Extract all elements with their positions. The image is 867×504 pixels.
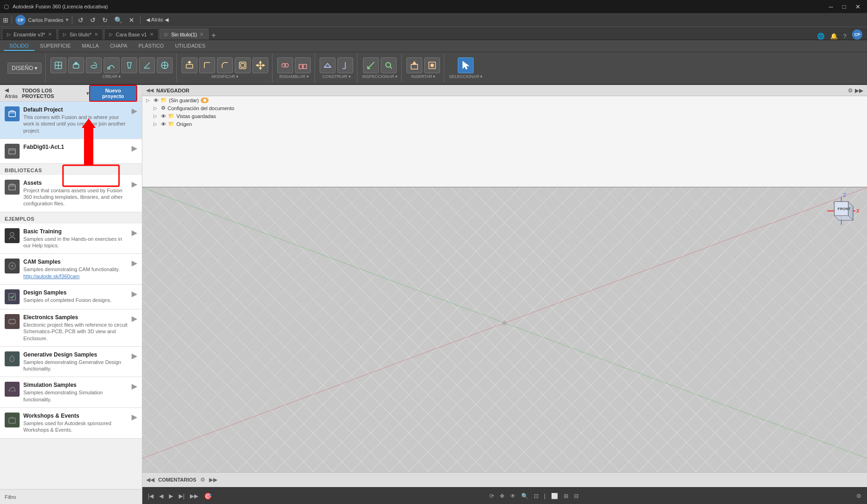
nav-views-item[interactable]: ▷ 👁 📁 Vistas guardadas	[142, 112, 867, 120]
plane-btn[interactable]	[320, 57, 336, 73]
mode-plastico[interactable]: PLÁSTICO	[133, 42, 169, 51]
nav-root-toggle[interactable]: ▷	[146, 98, 152, 103]
orbit-btn[interactable]: ⟳	[488, 492, 496, 500]
refresh-icon[interactable]: ↺	[76, 15, 86, 25]
playback-play-btn[interactable]: ▶	[167, 492, 175, 500]
rib-btn[interactable]	[139, 57, 155, 73]
nav-root-eye-icon[interactable]: 👁	[154, 98, 159, 103]
pan-btn[interactable]: ✥	[498, 492, 506, 500]
bottom-settings-icon[interactable]: ⚙	[854, 492, 863, 500]
chamfer-btn[interactable]	[217, 57, 233, 73]
user-dropdown-icon[interactable]: ▾	[66, 17, 69, 23]
comments-expand-icon[interactable]: ▶▶	[209, 476, 217, 483]
navigator-settings-icon[interactable]: ⚙	[848, 87, 853, 94]
display-mode-btn[interactable]: ⬜	[549, 492, 560, 500]
project-design-samples[interactable]: Design Samples Samples of completed Fusi…	[0, 285, 142, 309]
loft-btn[interactable]	[121, 57, 137, 73]
notification-icon[interactable]: 🔔	[827, 33, 840, 40]
nav-views-eye-icon[interactable]: 👁	[161, 113, 166, 119]
axis-btn[interactable]	[337, 57, 353, 73]
new-component-btn[interactable]	[50, 57, 66, 73]
zoom-btn[interactable]: 🔍	[519, 492, 530, 500]
project-fabdig[interactable]: FabDig01-Act.1 ▶	[0, 139, 142, 164]
search-icon[interactable]: 🔍	[112, 15, 125, 25]
playback-back-btn[interactable]: ◀	[157, 492, 165, 500]
inspect-btn[interactable]	[381, 57, 397, 73]
user-area[interactable]: CP Carlos Paredes ▾	[15, 15, 69, 25]
project-assets[interactable]: Assets Project that contains assets used…	[0, 175, 142, 212]
nav-origin-item[interactable]: ▷ 👁 📁 Origen	[142, 120, 867, 128]
measure-btn[interactable]	[363, 57, 379, 73]
web-btn[interactable]	[157, 57, 173, 73]
move-btn[interactable]	[252, 57, 268, 73]
nav-views-toggle[interactable]: ▷	[154, 113, 159, 119]
undo-icon[interactable]: ↺	[88, 15, 98, 25]
joint-btn[interactable]	[277, 57, 293, 73]
mode-utilidades[interactable]: UTILIDADES	[169, 42, 211, 51]
nav-config-toggle[interactable]: ▷	[154, 105, 159, 111]
tab-close-ensamble[interactable]: ✕	[48, 32, 52, 37]
tab-sin-titulo[interactable]: ▷ Sin título* ✕	[58, 28, 103, 40]
close-button[interactable]: ✕	[853, 2, 863, 11]
new-tab-button[interactable]: +	[211, 31, 216, 40]
playback-marker-btn[interactable]: 🎯	[202, 491, 214, 501]
comments-settings-icon[interactable]: ⚙	[200, 476, 205, 483]
select-btn[interactable]	[458, 57, 474, 73]
nav-origin-toggle[interactable]: ▷	[154, 121, 159, 126]
design-button[interactable]: DISEÑO ▾	[7, 63, 42, 74]
global-search-icon[interactable]: 🌐	[814, 33, 827, 40]
canvas-btn[interactable]	[424, 57, 440, 73]
comments-collapse-icon[interactable]: ◀◀	[146, 476, 154, 483]
navigator-collapse-icon[interactable]: ◀◀	[146, 87, 154, 93]
mode-malla[interactable]: MALLA	[77, 42, 105, 51]
project-default[interactable]: Default Project This comes with Fusion a…	[0, 102, 142, 139]
insert-btn[interactable]	[406, 57, 422, 73]
project-electronics[interactable]: Electronics Samples Electronic project f…	[0, 309, 142, 347]
grid-btn[interactable]: ⊞	[562, 492, 570, 500]
maximize-button[interactable]: □	[839, 2, 849, 11]
more-display-btn[interactable]: ⊟	[572, 492, 580, 500]
redo-icon[interactable]: ↻	[100, 15, 110, 25]
nav-root-item[interactable]: ▷ 👁 📁 (Sin guardar) ⏺	[142, 96, 867, 104]
back-button[interactable]: ◀ Atrás ◀	[144, 16, 171, 24]
fillet-btn[interactable]	[199, 57, 215, 73]
project-simulation[interactable]: Simulation Samples Samples demonstrating…	[0, 377, 142, 408]
navigator-header: ◀◀ NAVEGADOR ⚙ ▶▶	[142, 85, 867, 96]
project-workshops[interactable]: Workshops & Events Samples used for Auto…	[0, 408, 142, 439]
projects-dropdown-icon[interactable]: ▾	[86, 90, 89, 97]
press-pull-btn[interactable]	[182, 57, 197, 73]
playback-end-btn[interactable]: ▶▶	[188, 492, 200, 500]
help-icon[interactable]: ?	[840, 33, 849, 40]
playback-start-btn[interactable]: |◀	[146, 492, 155, 500]
tab-cara-base[interactable]: ▷ Cara Base v1 ✕	[104, 28, 159, 40]
new-project-button[interactable]: Nuevo proyecto	[89, 85, 137, 102]
tab-sin-titulo1[interactable]: ▷ Sin titulo(1) ✕	[160, 28, 209, 40]
project-generative[interactable]: Generative Design Samples Samples demons…	[0, 347, 142, 378]
playback-forward-btn[interactable]: ▶|	[177, 492, 186, 500]
navigator-expand-icon[interactable]: ▶▶	[855, 87, 863, 94]
mode-superficie[interactable]: SUPERFICIE	[35, 42, 77, 51]
tab-ensamble[interactable]: ▷ Ensamble v3* ✕	[2, 28, 57, 40]
project-cam-samples[interactable]: CAM Samples Samples demonstrating CAM fu…	[0, 254, 142, 285]
apps-grid-icon[interactable]: ⊞	[3, 16, 8, 24]
revolve-btn[interactable]	[86, 57, 102, 73]
fit-btn[interactable]: ⊡	[532, 492, 540, 500]
mode-solido[interactable]: SÓLIDO	[4, 42, 35, 51]
tab-close-sin-titulo1[interactable]: ✕	[200, 32, 203, 37]
cube-gizmo[interactable]: Z X FRONT	[823, 192, 860, 230]
tab-close-sin-titulo[interactable]: ✕	[94, 32, 98, 37]
sweep-btn[interactable]	[104, 57, 119, 73]
tab-close-cara-base[interactable]: ✕	[150, 32, 154, 37]
look-btn[interactable]: 👁	[508, 492, 517, 500]
back-button-left[interactable]: ◀ Atrás	[5, 87, 22, 99]
nav-origin-eye-icon[interactable]: 👁	[161, 121, 166, 127]
close-icon[interactable]: ✕	[126, 15, 137, 25]
viewport[interactable]: Z X FRONT	[142, 188, 867, 472]
minimize-button[interactable]: ─	[826, 2, 836, 11]
assembly-btn[interactable]	[295, 57, 311, 73]
nav-config-item[interactable]: ▷ ⚙ Configuración del documento	[142, 104, 867, 112]
shell-btn[interactable]	[235, 57, 251, 73]
mode-chapa[interactable]: CHAPA	[105, 42, 133, 51]
project-basic-training[interactable]: Basic Training Samples used in the Hands…	[0, 224, 142, 254]
extrude-btn[interactable]	[68, 57, 84, 73]
